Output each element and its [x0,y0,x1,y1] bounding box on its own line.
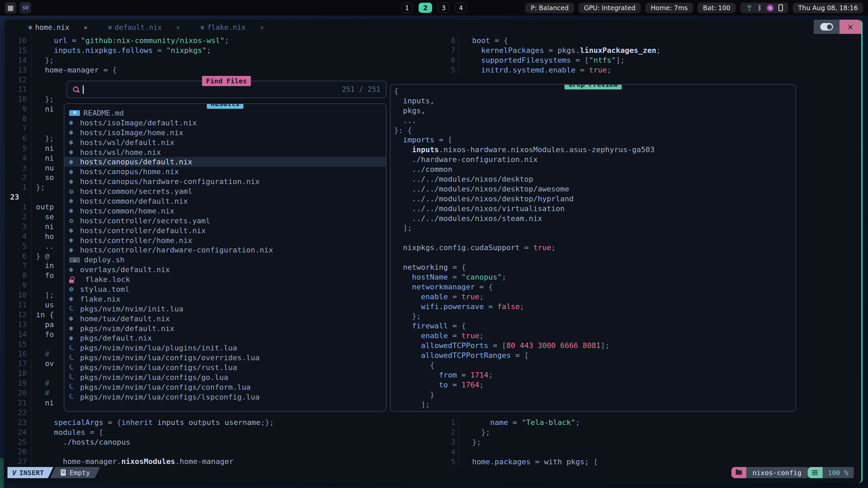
code-line[interactable]: 13 home-manager = { [9,65,443,75]
workspace-4[interactable]: 4 [455,3,467,13]
clock-module[interactable]: Thu Aug 08, 18:16 [793,3,863,13]
tab-default-nix[interactable]: default.nix × [108,23,180,32]
code-line[interactable]: enable = true; [394,331,795,341]
code-line[interactable]: firewall = { [394,321,795,331]
apps-launcher-button[interactable]: ▦ [5,2,16,14]
tab-flake-nix[interactable]: flake.nix × [200,23,264,32]
gpu-module[interactable]: GPU: Integrated [578,3,641,13]
result-item[interactable]: hosts/common/secrets.yaml [64,186,386,196]
code-line[interactable]: ../../modules/nixos/desktop [394,175,795,184]
code-line[interactable]: 1 name = "Tela-black"; [448,418,861,428]
result-item[interactable]: pkgs/nvim/default.nix [64,324,386,333]
code-line[interactable]: networkmanager = { [394,282,795,292]
result-item[interactable]: pkgs/nvim/nvim/lua/configs/conform.lua [64,382,386,392]
tab-close-icon[interactable]: × [84,23,88,32]
result-item[interactable]: hosts/common/default.nix [64,196,386,206]
result-item[interactable]: hosts/controller/default.nix [64,226,386,236]
code-line[interactable]: to = 1764; [394,380,795,390]
code-line[interactable]: 24 modules = [ [9,428,443,438]
code-line[interactable]: from = 1714; [394,370,795,380]
terminal-launcher-button[interactable]: $W [20,2,31,14]
code-line[interactable]: inputs, [394,96,795,106]
ping-module[interactable]: Home: 7ms [645,3,693,13]
code-line[interactable]: hostName = "canopus"; [394,272,795,282]
code-line[interactable] [394,233,795,243]
code-line[interactable]: inputs.nixos-hardware.nixosModules.asus-… [394,145,795,155]
code-line[interactable]: 25 ./hosts/canopus [9,438,443,447]
result-item[interactable]: README.md [64,108,386,118]
code-line[interactable]: 5 initrd.systemd.enable = true; [448,65,861,75]
window-close-button[interactable]: × [840,20,861,34]
code-line[interactable]: } [394,390,795,400]
result-item[interactable]: deploy.sh [64,255,386,265]
code-line[interactable]: 23 specialArgs = {inherit inputs outputs… [9,418,443,428]
code-line[interactable]: ../../modules/nixos/virtualisation [394,204,795,214]
code-line[interactable]: 26 [9,447,443,457]
battery-module[interactable]: Bat: 100 [697,3,736,13]
code-line[interactable]: enable = true; [394,292,795,302]
code-line[interactable]: ... [394,116,795,126]
find-files-prompt[interactable]: Find Files 251 / 251 [66,81,387,98]
code-line[interactable]: 2 }; [448,428,861,438]
result-item[interactable]: flake.nix [64,294,386,304]
result-item[interactable]: pkgs/nvim/nvim/init.lua [64,304,386,314]
result-item[interactable]: hosts/isoImage/home.nix [64,128,386,138]
result-item[interactable]: hosts/controller/home.nix [64,236,386,245]
result-item[interactable]: pkgs/nvim/nvim/lua/configs/lspconfig.lua [64,392,386,402]
tab-home-nix[interactable]: home.nix × [28,23,88,32]
code-line[interactable]: allowedTCPPorts = [80 443 3000 6666 8081… [394,341,795,351]
code-line[interactable]: 27 home-manager.nixosModules.home-manage… [9,457,443,467]
code-line[interactable]: imports = [ [394,135,795,145]
result-item[interactable]: hosts/canopus/hardware-configuration.nix [64,177,386,186]
result-item[interactable]: hosts/controller/hardware-configuration.… [64,245,386,255]
right-editor-pane-bottom[interactable]: 1 name = "Tela-black";2 };3 };45 home.pa… [443,418,861,467]
tab-close-icon[interactable]: × [176,23,180,32]
code-line[interactable]: 14 }; [9,56,443,65]
code-line[interactable]: wifi.powersave = false; [394,302,795,312]
code-line[interactable]: { [394,361,795,370]
code-line[interactable]: nixpkgs.config.cudaSupport = true; [394,243,795,253]
toggle-button[interactable] [814,20,840,34]
code-line[interactable]: 6 supportedFilesystems = ["ntfs"]; [448,56,861,65]
result-item[interactable]: hosts/isoImage/default.nix [64,118,386,128]
workspace-2-active[interactable]: 2 [419,3,432,13]
code-line[interactable]: 8 boot = { [448,36,861,46]
code-line[interactable]: ]; [394,400,795,410]
result-item[interactable]: pkgs/nvim/nvim/lua/configs/rust.lua [64,363,386,372]
code-line[interactable] [394,253,795,263]
result-item[interactable]: flake.lock [64,274,386,284]
result-item[interactable]: hosts/wsl/home.nix [64,147,386,157]
code-line[interactable]: networking = { [394,263,795,272]
code-line[interactable]: 16 url = "github:nix-community/nixos-wsl… [9,36,443,46]
workspace-3[interactable]: 3 [438,3,450,13]
result-item[interactable]: overlays/default.nix [64,265,386,274]
power-profile-module[interactable]: P: Balanced [525,3,574,13]
code-line[interactable]: ]; [394,223,795,233]
code-line[interactable]: ../common [394,165,795,175]
result-item[interactable]: pkgs/nvim/nvim/lua/configs/overrides.lua [64,353,386,363]
code-line[interactable]: 4 [448,447,861,457]
result-item[interactable]: pkgs/nvim/nvim/lua/plugins/init.lua [64,343,386,353]
code-line[interactable]: pkgs, [394,106,795,116]
code-line[interactable]: 7 kernelPackages = pkgs.linuxPackages_ze… [448,46,861,56]
tab-close-icon[interactable]: × [260,23,264,32]
code-line[interactable]: }; [394,311,795,321]
code-line[interactable]: ../../modules/nixos/desktop/hyprland [394,194,795,204]
result-item[interactable]: home/tux/default.nix [64,314,386,324]
code-line[interactable]: allowedTCPPortRanges = [ [394,351,795,361]
result-item[interactable]: hosts/wsl/default.nix [64,138,386,147]
code-line[interactable]: ../../modules/nixos/steam.nix [394,214,795,224]
workspace-1[interactable]: 1 [401,3,413,13]
code-line[interactable]: 5 home.packages = with pkgs; [ [448,457,861,467]
code-line[interactable]: ../../modules/nixos/desktop/awesome [394,184,795,194]
result-item[interactable]: pkgs/nvim/nvim/lua/configs/go.lua [64,372,386,382]
code-line[interactable]: 3 }; [448,438,861,447]
tray-module[interactable]: ᛒ [740,3,788,13]
result-item[interactable]: hosts/common/home.nix [64,206,386,216]
right-editor-pane-top[interactable]: 8 boot = {7 kernelPackages = pkgs.linuxP… [443,36,861,75]
result-item[interactable]: hosts/canopus/home.nix [64,167,386,177]
result-item[interactable]: hosts/canopus/default.nix [64,157,386,167]
result-item[interactable]: pkgs/default.nix [64,333,386,343]
result-item[interactable]: hosts/controller/secrets.yaml [64,216,386,226]
code-line[interactable]: }: { [394,126,795,136]
